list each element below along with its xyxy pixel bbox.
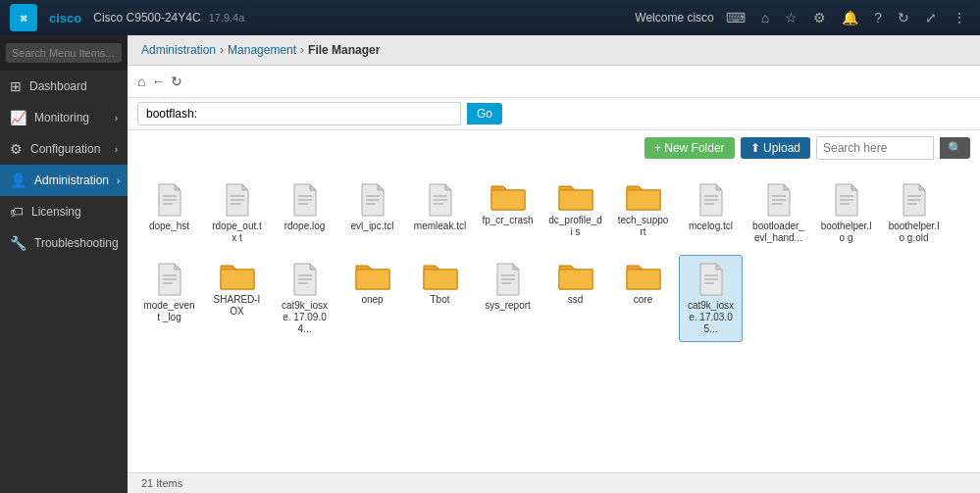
file-name: fp_cr_crash — [482, 215, 533, 226]
file-item[interactable]: mode_event _log — [137, 255, 201, 342]
keyboard-icon[interactable]: ⌨ — [722, 8, 749, 27]
bookmark-icon[interactable]: ☆ — [781, 8, 801, 27]
sidebar-item-administration[interactable]: 👤 Administration › — [0, 165, 128, 196]
fm-address-bar: Go — [128, 98, 980, 130]
file-name: rdope_out.tx t — [210, 221, 264, 244]
file-item[interactable]: mcelog.tcl — [679, 175, 743, 251]
breadcrumb: Administration › Management › File Manag… — [128, 35, 980, 66]
file-name: boothelper.lo g — [819, 221, 873, 244]
cisco-logo-svg: ⌘ — [14, 8, 33, 27]
monitoring-icon: 📈 — [10, 110, 26, 125]
file-item[interactable]: dope_hst — [137, 175, 201, 251]
expand-icon[interactable]: ⤢ — [921, 8, 941, 27]
doc-icon — [426, 182, 455, 221]
file-item[interactable]: tech_support — [611, 175, 675, 251]
file-name: cat9k_iosxe. 17.09.04... — [278, 300, 332, 335]
administration-icon: 👤 — [10, 173, 26, 188]
file-name: onep — [361, 294, 383, 306]
svg-text:⌘: ⌘ — [20, 15, 27, 24]
breadcrumb-management[interactable]: Management — [228, 43, 296, 57]
file-name: evl_ipc.tcl — [351, 221, 394, 232]
device-name: Cisco C9500-24Y4C — [93, 11, 200, 25]
fm-files-grid: dope_hst rdope_out.tx t rdope.log evl_ip… — [128, 166, 980, 472]
file-item[interactable]: fp_cr_crash — [476, 175, 540, 251]
main-layout: ⊞ Dashboard 📈 Monitoring › ⚙ Configurati… — [0, 35, 980, 493]
file-item[interactable]: boothelper.lo g.old — [882, 175, 946, 251]
doc-icon — [696, 182, 726, 221]
go-button[interactable]: Go — [467, 103, 502, 124]
notifications-icon[interactable]: 🔔 — [838, 8, 862, 27]
configuration-icon: ⚙ — [10, 141, 23, 157]
file-name: mode_event _log — [142, 300, 196, 323]
doc-icon — [900, 182, 929, 221]
sidebar-item-licensing[interactable]: 🏷 Licensing — [0, 196, 128, 227]
file-item[interactable]: sys_report — [476, 255, 540, 342]
dashboard-icon: ⊞ — [10, 78, 22, 94]
new-folder-button[interactable]: + New Folder — [645, 137, 735, 159]
doc-icon — [493, 262, 523, 300]
file-name: SHARED-IOX — [210, 294, 264, 318]
sidebar-item-label: Licensing — [31, 205, 81, 219]
file-name: boothelper.lo g.old — [887, 221, 941, 244]
sidebar-item-dashboard[interactable]: ⊞ Dashboard — [0, 71, 128, 102]
sidebar-item-configuration[interactable]: ⚙ Configuration › — [0, 133, 128, 165]
refresh-icon[interactable]: ↻ — [894, 8, 913, 27]
sidebar-search-input[interactable] — [6, 43, 122, 63]
file-name: rdope.log — [284, 221, 326, 232]
file-name: memleak.tcl — [414, 221, 466, 232]
cisco-icon: ⌘ — [10, 4, 37, 31]
file-item[interactable]: bootloader_evl_hand... — [747, 175, 810, 251]
file-item[interactable]: SHARED-IOX — [205, 255, 269, 342]
file-item[interactable]: ssd — [543, 255, 607, 342]
address-input[interactable] — [137, 102, 461, 125]
upload-button[interactable]: ⬆ Upload — [741, 137, 810, 159]
folder-icon — [219, 262, 256, 294]
doc-icon — [223, 182, 252, 221]
file-name: bootloader_evl_hand... — [751, 221, 805, 244]
sidebar-item-label: Configuration — [30, 142, 100, 156]
home-icon[interactable]: ⌂ — [757, 8, 773, 27]
folder-icon — [490, 182, 527, 215]
top-header: ⌘ cisco Cisco C9500-24Y4C 17.9.4a Welcom… — [0, 0, 980, 35]
fm-toolbar: ⌂ ← ↻ — [128, 66, 980, 98]
file-item[interactable]: Tbot — [408, 255, 472, 342]
file-item[interactable]: evl_ipc.tcl — [340, 175, 404, 251]
doc-icon — [696, 262, 726, 300]
file-search-input[interactable] — [816, 136, 934, 160]
file-item[interactable]: memleak.tcl — [408, 175, 472, 251]
sidebar-search-container — [0, 35, 128, 71]
more-icon[interactable]: ⋮ — [949, 8, 970, 27]
sidebar-item-monitoring[interactable]: 📈 Monitoring › — [0, 102, 128, 133]
file-search-button[interactable]: 🔍 — [940, 137, 970, 159]
doc-icon — [155, 262, 184, 300]
folder-icon — [625, 182, 662, 215]
breadcrumb-administration[interactable]: Administration — [141, 43, 216, 57]
file-item[interactable]: cat9k_iosxe. 17.03.05... — [679, 255, 743, 342]
back-toolbar-icon[interactable]: ← — [151, 74, 165, 89]
cisco-brand: cisco — [49, 11, 81, 25]
file-name: core — [634, 294, 652, 306]
settings-icon[interactable]: ⚙ — [809, 8, 830, 27]
sidebar-item-troubleshooting[interactable]: 🔧 Troubleshooting — [0, 227, 128, 259]
fm-status-bar: 21 Items — [128, 472, 980, 493]
file-item[interactable]: boothelper.lo g — [814, 175, 878, 251]
file-item[interactable]: rdope_out.tx t — [205, 175, 269, 251]
doc-icon — [832, 182, 861, 221]
file-manager-panel: ⌂ ← ↻ Go + New Folder ⬆ Upload 🔍 — [128, 66, 980, 493]
file-name: cat9k_iosxe. 17.03.05... — [684, 300, 738, 335]
file-item[interactable]: dc_profile_di s — [543, 175, 607, 251]
file-item[interactable]: cat9k_iosxe. 17.09.04... — [273, 255, 336, 342]
refresh-toolbar-icon[interactable]: ↻ — [171, 74, 182, 89]
breadcrumb-current: File Manager — [308, 43, 380, 57]
doc-icon — [155, 182, 184, 221]
file-item[interactable]: onep — [340, 255, 404, 342]
file-item[interactable]: core — [611, 255, 675, 342]
breadcrumb-sep-2: › — [300, 43, 304, 57]
help-icon[interactable]: ? — [870, 8, 886, 27]
fm-actions: + New Folder ⬆ Upload 🔍 — [128, 130, 980, 166]
folder-icon — [557, 262, 594, 294]
home-toolbar-icon[interactable]: ⌂ — [137, 74, 145, 89]
device-version: 17.9.4a — [209, 12, 245, 24]
file-item[interactable]: rdope.log — [273, 175, 336, 251]
file-name: dope_hst — [149, 221, 189, 232]
